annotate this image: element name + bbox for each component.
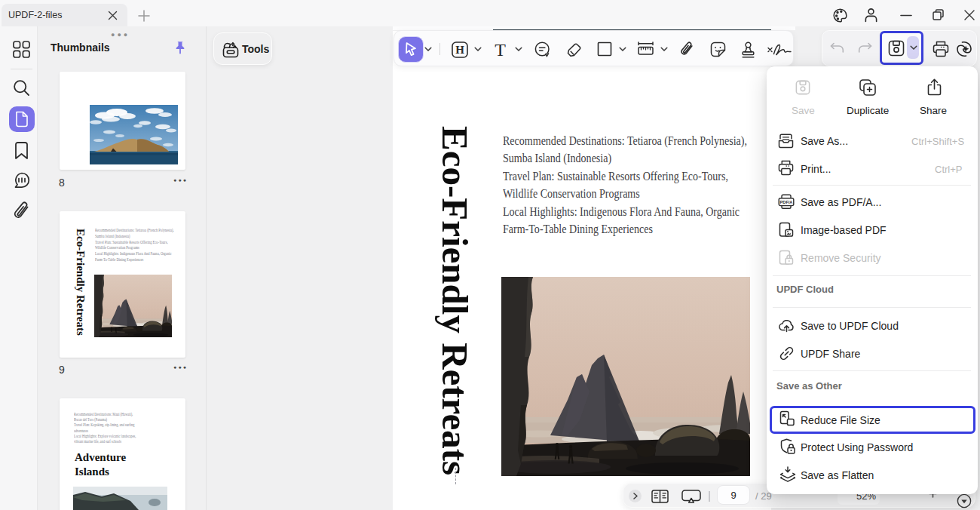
svg-text:H: H bbox=[455, 44, 464, 56]
svg-text:T: T bbox=[495, 41, 506, 59]
svg-text:PDF/A: PDF/A bbox=[780, 200, 793, 204]
